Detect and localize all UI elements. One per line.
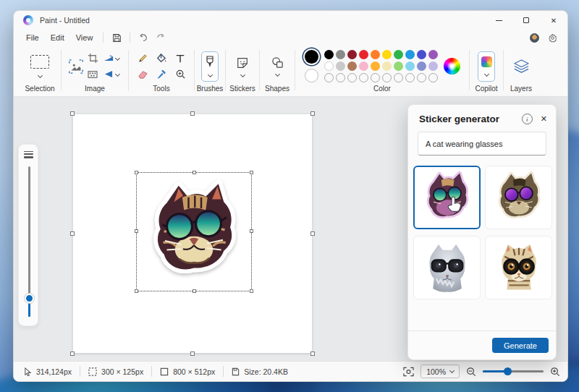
selection-handle[interactable]	[193, 289, 196, 293]
sticker-thumbnail-3[interactable]	[413, 236, 481, 299]
selection-handle[interactable]	[250, 289, 253, 293]
chevron-down-icon[interactable]	[37, 73, 42, 78]
selection-handle[interactable]	[193, 171, 196, 174]
canvas-handle[interactable]	[310, 231, 315, 236]
prompt-input[interactable]	[418, 132, 546, 155]
info-icon[interactable]: i	[522, 114, 533, 124]
canvas-handle[interactable]	[70, 111, 75, 116]
selection-handle[interactable]	[250, 229, 253, 233]
undo-button[interactable]	[135, 33, 152, 42]
selection-handle[interactable]	[135, 171, 138, 174]
color-swatch[interactable]	[347, 61, 357, 71]
color-swatch[interactable]	[382, 50, 392, 59]
color-swatch[interactable]	[359, 50, 368, 59]
color-swatch[interactable]	[371, 50, 380, 59]
eraser-icon[interactable]	[138, 69, 148, 80]
sticker-thumbnail-1[interactable]	[413, 166, 481, 229]
generate-button[interactable]: Generate	[492, 338, 549, 353]
layers-icon[interactable]	[514, 59, 529, 74]
panel-close-button[interactable]: ✕	[541, 114, 547, 124]
color-swatch[interactable]	[371, 61, 380, 71]
text-tool-icon[interactable]	[175, 54, 185, 64]
empty-color-swatch[interactable]	[394, 73, 403, 82]
selection-tool-icon[interactable]	[30, 55, 49, 69]
account-avatar[interactable]	[530, 33, 539, 43]
canvas-handle[interactable]	[70, 351, 75, 356]
canvas-handle[interactable]	[190, 111, 195, 116]
fit-to-screen-icon[interactable]	[403, 367, 414, 377]
empty-color-swatch[interactable]	[428, 73, 438, 82]
menu-view[interactable]: View	[70, 32, 99, 43]
eyedropper-icon[interactable]	[156, 69, 166, 80]
zoom-slider[interactable]	[483, 367, 544, 376]
color-picker-wheel-icon[interactable]	[444, 58, 460, 74]
rotate-button[interactable]	[103, 54, 119, 62]
color-swatch[interactable]	[405, 61, 415, 71]
crop-icon[interactable]	[88, 53, 98, 64]
color-swatch[interactable]	[394, 50, 403, 59]
minimize-button[interactable]	[485, 11, 512, 30]
maximize-button[interactable]	[512, 11, 540, 30]
empty-color-swatch[interactable]	[371, 73, 380, 82]
redo-button[interactable]	[152, 33, 169, 42]
close-button[interactable]: ✕	[540, 11, 567, 30]
zoom-level-dropdown[interactable]: 100%	[420, 365, 460, 378]
zoom-in-icon[interactable]	[550, 367, 560, 377]
color-swatch[interactable]	[417, 61, 426, 71]
shapes-button[interactable]	[271, 56, 284, 76]
color-swatch[interactable]	[428, 50, 438, 59]
pencil-icon[interactable]	[138, 53, 148, 64]
selection-box[interactable]	[136, 172, 252, 291]
empty-color-swatch[interactable]	[359, 73, 368, 82]
canvas[interactable]	[73, 114, 312, 353]
selection-handle[interactable]	[250, 171, 253, 174]
stickers-button[interactable]	[236, 56, 249, 77]
canvas-handle[interactable]	[310, 351, 315, 356]
empty-color-swatch[interactable]	[417, 73, 426, 82]
desktop-wallpaper: Paint - Untitled ✕ File Edit View	[0, 0, 579, 392]
color-swatch[interactable]	[382, 61, 392, 71]
color-swatch[interactable]	[336, 61, 345, 71]
color-swatch[interactable]	[417, 50, 426, 59]
color-swatch[interactable]	[359, 61, 368, 71]
magnifier-tool-icon[interactable]	[175, 69, 186, 80]
sticker-thumbnail-4[interactable]	[485, 236, 552, 299]
resize-icon[interactable]	[88, 70, 98, 79]
empty-color-swatch[interactable]	[347, 73, 357, 82]
empty-color-swatch[interactable]	[324, 73, 334, 82]
sticker-thumbnail-2[interactable]	[485, 166, 552, 229]
title-bar[interactable]: Paint - Untitled ✕	[14, 11, 567, 30]
canvas-handle[interactable]	[70, 231, 75, 236]
color-swatch[interactable]	[428, 61, 438, 71]
empty-color-swatch[interactable]	[382, 73, 392, 82]
menu-file[interactable]: File	[20, 32, 45, 43]
fill-bucket-icon[interactable]	[156, 53, 167, 64]
color-swatch[interactable]	[347, 50, 357, 59]
zoom-slider-thumb[interactable]	[504, 367, 512, 375]
copilot-button[interactable]	[478, 51, 495, 82]
selection-handle[interactable]	[135, 289, 138, 293]
color-swatch[interactable]	[405, 50, 415, 59]
empty-color-swatch[interactable]	[336, 73, 345, 82]
color-swatch[interactable]	[394, 61, 403, 71]
size-slider-thumb[interactable]	[25, 294, 34, 303]
empty-color-swatch[interactable]	[405, 73, 415, 82]
save-button[interactable]	[108, 33, 125, 43]
color-swatch[interactable]	[324, 50, 334, 59]
selection-handle[interactable]	[135, 229, 138, 233]
canvas-handle[interactable]	[190, 351, 195, 356]
selection-group[interactable]: Selection	[20, 48, 60, 96]
flip-button[interactable]	[104, 70, 119, 78]
primary-color-swatch[interactable]	[305, 50, 318, 64]
color-swatch-grid[interactable]	[324, 50, 438, 82]
color-swatch[interactable]	[324, 61, 334, 71]
settings-gear-icon[interactable]	[548, 33, 557, 43]
zoom-out-icon[interactable]	[466, 367, 476, 377]
divider	[259, 50, 260, 90]
color-swatch[interactable]	[336, 50, 345, 59]
menu-edit[interactable]: Edit	[45, 32, 70, 43]
canvas-handle[interactable]	[310, 111, 315, 116]
secondary-color-swatch[interactable]	[305, 69, 318, 82]
image-options-icon[interactable]	[68, 59, 84, 74]
brushes-button[interactable]	[201, 51, 219, 82]
